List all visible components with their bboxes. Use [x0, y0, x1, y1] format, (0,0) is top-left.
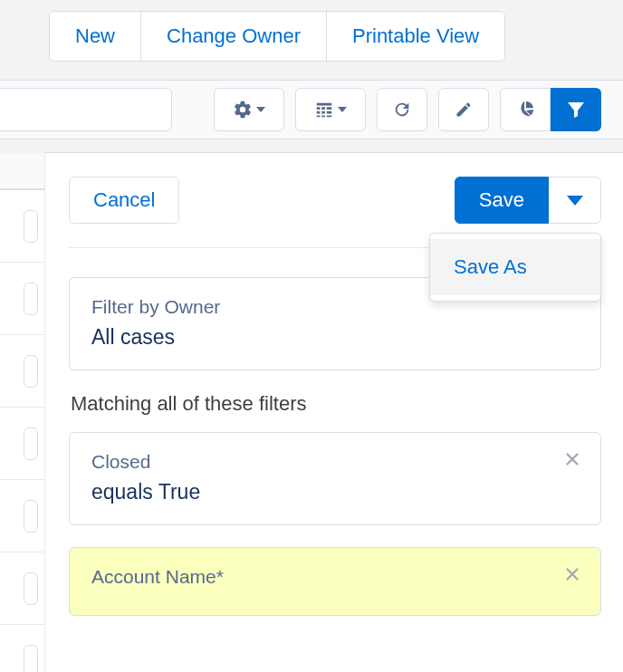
- table-icon: [314, 100, 334, 120]
- toolbar-buttons: [214, 88, 601, 131]
- list-view-actions: New Change Owner Printable View: [49, 11, 505, 62]
- new-button[interactable]: New: [50, 12, 141, 61]
- change-owner-button[interactable]: Change Owner: [141, 12, 327, 61]
- gear-icon: [233, 100, 253, 120]
- chart-button[interactable]: [500, 88, 551, 131]
- pencil-icon: [455, 101, 473, 119]
- filter-field-label: Account Name*: [91, 566, 579, 588]
- refresh-button[interactable]: [377, 88, 427, 131]
- remove-filter-button[interactable]: [562, 564, 582, 588]
- display-as-button[interactable]: [295, 88, 366, 131]
- close-icon: [562, 564, 582, 584]
- funnel-icon: [565, 99, 587, 120]
- refresh-icon: [392, 100, 412, 120]
- filter-panel: Cancel Save Save As Filter by Owner All …: [45, 152, 623, 672]
- chevron-down-icon: [338, 107, 347, 112]
- filter-panel-header: Cancel Save Save As: [69, 177, 601, 248]
- chevron-down-icon: [256, 107, 265, 112]
- filter-item-closed[interactable]: Closed equals True: [69, 432, 601, 525]
- close-icon: [562, 449, 582, 469]
- filter-button[interactable]: [551, 88, 601, 131]
- filter-owner-value: All cases: [91, 325, 579, 350]
- save-as-item[interactable]: Save As: [430, 239, 600, 295]
- remove-filter-button[interactable]: [562, 449, 582, 473]
- cancel-button[interactable]: Cancel: [69, 177, 179, 224]
- list-view-controls-button[interactable]: [214, 88, 284, 131]
- pie-chart-icon: [515, 100, 535, 120]
- edit-button[interactable]: [438, 88, 489, 131]
- filter-field-label: Closed: [91, 451, 579, 473]
- list-view-toolbar: [0, 80, 623, 139]
- table-background: [0, 154, 45, 672]
- filter-item-account-name[interactable]: Account Name*: [69, 547, 601, 616]
- save-dropdown-menu: Save As: [429, 233, 601, 302]
- search-input[interactable]: [0, 88, 172, 131]
- filter-condition-value: equals True: [91, 480, 579, 504]
- save-button[interactable]: Save: [455, 177, 549, 224]
- printable-view-button[interactable]: Printable View: [327, 12, 504, 61]
- save-dropdown-toggle[interactable]: [549, 177, 601, 224]
- matching-filters-heading: Matching all of these filters: [71, 392, 601, 416]
- save-button-group: Save Save As: [455, 177, 601, 224]
- chevron-down-icon: [567, 196, 583, 206]
